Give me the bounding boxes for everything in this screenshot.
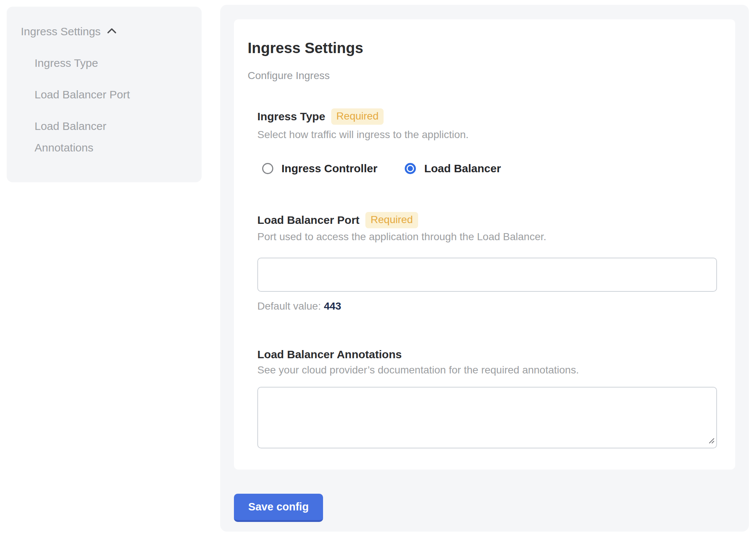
sidebar-section-ingress-settings[interactable]: Ingress Settings (21, 24, 188, 39)
page-subtitle: Configure Ingress (248, 69, 330, 82)
load-balancer-annotations-textarea[interactable] (257, 387, 717, 448)
ingress-type-description: Select how traffic will ingress to the a… (257, 128, 469, 141)
load-balancer-annotations-label-row: Load Balancer Annotations (257, 346, 402, 363)
radio-label-load-balancer: Load Balancer (424, 162, 501, 175)
load-balancer-port-label-row: Load Balancer Port Required (257, 212, 418, 228)
load-balancer-port-description: Port used to access the application thro… (257, 231, 546, 243)
sidebar-anchor-list: Ingress Type Load Balancer Port Load Bal… (35, 52, 150, 159)
save-config-button[interactable]: Save config (234, 494, 323, 522)
load-balancer-port-label: Load Balancer Port (257, 212, 359, 228)
default-value-hint: Default value:443 (257, 300, 341, 313)
page-title: Ingress Settings (248, 39, 363, 57)
radio-option-ingress-controller[interactable]: Ingress Controller (262, 162, 377, 175)
required-badge: Required (331, 108, 384, 125)
sidebar-section-label: Ingress Settings (21, 24, 101, 39)
load-balancer-annotations-label: Load Balancer Annotations (257, 346, 402, 363)
sidebar-item-ingress-type[interactable]: Ingress Type (35, 52, 150, 74)
ingress-settings-card: Ingress Settings Configure Ingress Ingre… (234, 19, 735, 470)
radio-option-load-balancer[interactable]: Load Balancer (405, 162, 501, 175)
ingress-settings-panel: Ingress Settings Configure Ingress Ingre… (220, 5, 749, 532)
sidebar-item-load-balancer-port[interactable]: Load Balancer Port (35, 84, 150, 105)
ingress-type-radio-group: Ingress Controller Load Balancer (262, 162, 501, 175)
radio-ingress-controller[interactable] (262, 163, 273, 174)
required-badge: Required (365, 212, 418, 228)
ingress-type-label-row: Ingress Type Required (257, 108, 384, 125)
load-balancer-annotations-description: See your cloud provider’s documentation … (257, 364, 579, 376)
ingress-type-label: Ingress Type (257, 108, 325, 125)
default-value-number: 443 (324, 300, 341, 312)
chevron-up-icon (107, 24, 117, 39)
load-balancer-annotations-field (257, 387, 717, 448)
radio-label-ingress-controller: Ingress Controller (281, 162, 377, 175)
load-balancer-port-input[interactable] (257, 258, 717, 292)
radio-load-balancer[interactable] (405, 163, 416, 174)
default-value-label: Default value: (257, 300, 321, 312)
sidebar-item-load-balancer-annotations[interactable]: Load Balancer Annotations (35, 115, 150, 159)
settings-sidebar: Ingress Settings Ingress Type Load Balan… (7, 7, 202, 182)
